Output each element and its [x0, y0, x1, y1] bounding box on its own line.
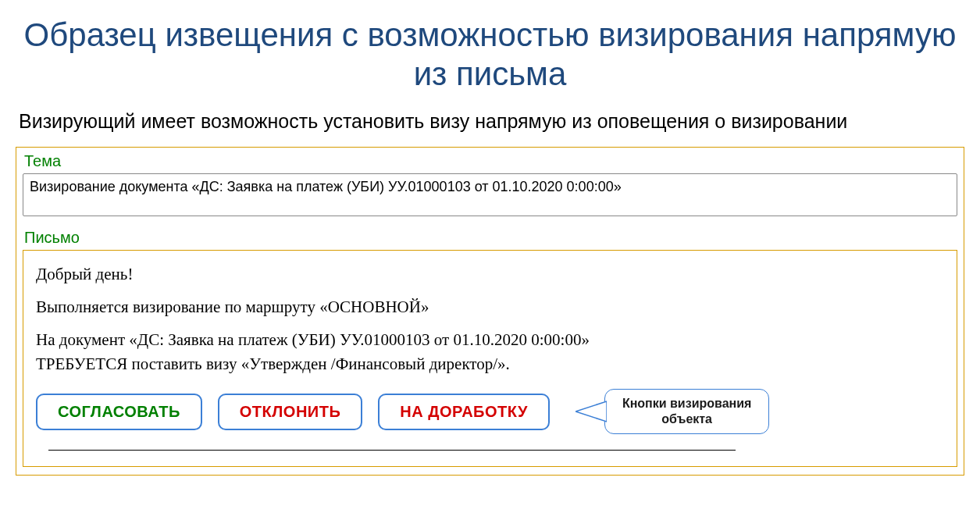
- page-title: Образец извещения с возможностью визиров…: [16, 16, 964, 94]
- email-doc-line: На документ «ДС: Заявка на платеж (УБИ) …: [36, 329, 944, 351]
- email-action-line: ТРЕБУЕТСЯ поставить визу «Утвержден /Фин…: [36, 353, 944, 375]
- callout-line1: Кнопки визирования: [622, 397, 752, 410]
- notification-sample-box: Тема Визирование документа «ДС: Заявка н…: [16, 147, 964, 476]
- email-route-line: Выполняется визирование по маршруту «ОСН…: [36, 296, 944, 318]
- email-body: Добрый день! Выполняется визирование по …: [23, 250, 957, 467]
- rework-button[interactable]: НА ДОРАБОТКУ: [378, 394, 550, 430]
- body-label: Письмо: [23, 229, 957, 247]
- callout-tail-icon: [576, 400, 607, 423]
- button-row: СОГЛАСОВАТЬ ОТКЛОНИТЬ НА ДОРАБОТКУ Кнопк…: [36, 389, 944, 434]
- subject-text: Визирование документа «ДС: Заявка на пла…: [23, 173, 957, 216]
- callout-annotation: Кнопки визирования объекта: [604, 389, 770, 434]
- svg-marker-0: [576, 401, 607, 422]
- callout-line2: объекта: [661, 412, 712, 426]
- email-greeting: Добрый день!: [36, 263, 944, 285]
- subject-label: Тема: [23, 152, 957, 170]
- reject-button[interactable]: ОТКЛОНИТЬ: [218, 394, 362, 430]
- approve-button[interactable]: СОГЛАСОВАТЬ: [36, 394, 202, 430]
- page-subtitle: Визирующий имеет возможность установить …: [16, 110, 964, 133]
- divider: [48, 450, 736, 451]
